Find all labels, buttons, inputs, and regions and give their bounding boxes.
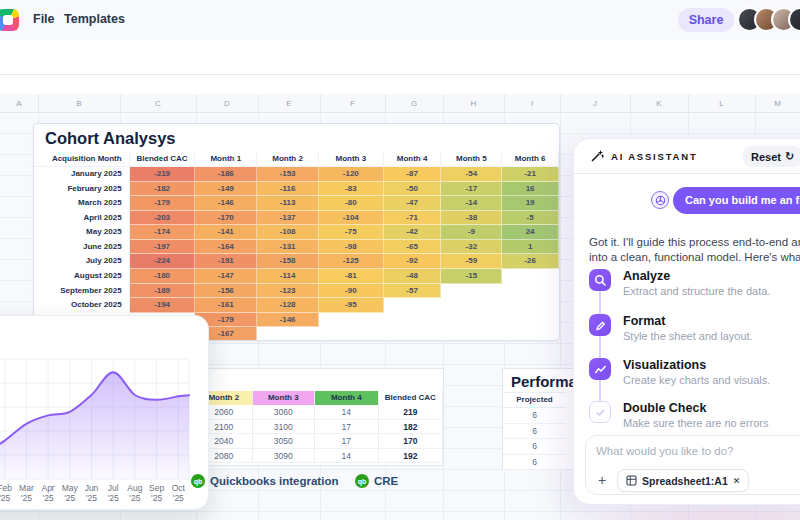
cohort-cell[interactable]	[441, 313, 502, 328]
cohort-cell[interactable]: -42	[384, 225, 442, 240]
detail-cell[interactable]: 17	[315, 434, 378, 449]
cohort-cell[interactable]: -125	[319, 254, 384, 269]
detail-cell[interactable]: 182	[379, 420, 443, 435]
cohort-cell[interactable]: -50	[384, 182, 442, 197]
cohort-cell[interactable]	[441, 284, 502, 299]
column-header-letter[interactable]: F	[350, 99, 355, 108]
cohort-cell[interactable]	[441, 298, 502, 313]
formula-bar[interactable]	[0, 74, 800, 95]
cohort-cell[interactable]: 16	[502, 182, 559, 197]
mini-chart-card[interactable]: Jan'25Feb'25Mar'25Apr'25May'25Jun'25Jul'…	[0, 315, 209, 510]
cohort-cell[interactable]: -38	[441, 211, 502, 226]
cre-integration-item[interactable]: qb CRE	[355, 474, 398, 488]
quickbooks-integration-item[interactable]: qb Quickbooks integration	[191, 474, 338, 488]
detail-cell[interactable]: 17	[315, 420, 378, 435]
cohort-cell[interactable]	[257, 327, 319, 341]
cohort-cell[interactable]: -26	[502, 254, 559, 269]
cohort-cell[interactable]: 19	[502, 196, 559, 211]
column-header-letter[interactable]: A	[16, 99, 21, 108]
cohort-cell[interactable]	[384, 313, 442, 328]
cohort-cell[interactable]: -5	[502, 211, 559, 226]
cohort-cell[interactable]: -170	[195, 211, 257, 226]
cohort-cell[interactable]: -98	[319, 240, 384, 255]
detail-cell[interactable]: 3050	[253, 434, 316, 449]
column-header-letter[interactable]: K	[656, 99, 661, 108]
performance-cell[interactable]: 6	[503, 439, 566, 455]
detail-cell[interactable]: 3060	[253, 405, 316, 420]
cohort-cell[interactable]: -120	[319, 167, 384, 182]
cohort-cell[interactable]: -141	[195, 225, 257, 240]
cohort-cell[interactable]: -95	[319, 298, 384, 313]
cohort-cell[interactable]: -17	[441, 182, 502, 197]
cohort-row-label[interactable]: March 2025	[34, 196, 130, 211]
menu-templates[interactable]: Templates	[64, 12, 125, 26]
cohort-cell[interactable]: -65	[384, 240, 442, 255]
cohort-cell[interactable]	[441, 327, 502, 341]
cohort-cell[interactable]: -123	[257, 284, 319, 299]
reset-button[interactable]: Reset↻	[743, 146, 800, 167]
cohort-cell[interactable]: -131	[257, 240, 319, 255]
detail-cell[interactable]: 3100	[253, 420, 316, 435]
cohort-row-label[interactable]: January 2025	[34, 167, 130, 182]
cohort-cell[interactable]: -146	[195, 196, 257, 211]
share-button[interactable]: Share	[678, 8, 734, 32]
cohort-cell[interactable]: -189	[130, 284, 196, 299]
cohort-cell[interactable]: -137	[257, 211, 319, 226]
column-header-letter[interactable]: D	[224, 99, 230, 108]
cohort-cell[interactable]	[502, 327, 559, 341]
cohort-cell[interactable]: -114	[257, 269, 319, 284]
cohort-cell[interactable]: -80	[319, 196, 384, 211]
cohort-cell[interactable]: -14	[441, 196, 502, 211]
detail-cell[interactable]: 170	[379, 434, 443, 449]
cohort-cell[interactable]	[502, 298, 559, 313]
column-header-letter[interactable]: L	[719, 99, 723, 108]
detail-cell[interactable]: 192	[379, 449, 443, 464]
column-header-letter[interactable]: M	[774, 99, 781, 108]
cohort-cell[interactable]: -164	[195, 240, 257, 255]
cohort-cell[interactable]: -219	[130, 167, 196, 182]
cohort-cell[interactable]: -194	[130, 298, 196, 313]
column-header-letter[interactable]: I	[531, 99, 533, 108]
cohort-cell[interactable]: -182	[130, 182, 196, 197]
cohort-cell[interactable]: -158	[257, 254, 319, 269]
cohort-cell[interactable]: -179	[130, 196, 196, 211]
cohort-cell[interactable]: -147	[195, 269, 257, 284]
cohort-cell[interactable]	[384, 327, 442, 341]
cohort-cell[interactable]: -116	[257, 182, 319, 197]
cohort-cell[interactable]: -174	[130, 225, 196, 240]
cohort-cell[interactable]: -156	[195, 284, 257, 299]
performance-cell[interactable]: 6	[503, 408, 566, 424]
cohort-cell[interactable]: -48	[384, 269, 442, 284]
cohort-row-label[interactable]: June 2025	[34, 240, 130, 255]
cohort-cell[interactable]: -54	[441, 167, 502, 182]
cohort-cell[interactable]: -81	[319, 269, 384, 284]
column-header-letter[interactable]: B	[76, 99, 81, 108]
cohort-cell[interactable]: -75	[319, 225, 384, 240]
cohort-cell[interactable]: -92	[384, 254, 442, 269]
cohort-cell[interactable]	[384, 298, 442, 313]
close-icon[interactable]: ✕	[733, 476, 741, 486]
cohort-cell[interactable]: -87	[384, 167, 442, 182]
cohort-cell[interactable]: -15	[441, 269, 502, 284]
cohort-cell[interactable]: -9	[441, 225, 502, 240]
detail-cell[interactable]: 219	[379, 405, 443, 420]
cohort-cell[interactable]: -47	[384, 196, 442, 211]
detail-cell[interactable]: 3090	[253, 449, 316, 464]
cohort-row-label[interactable]: September 2025	[34, 284, 130, 299]
cohort-row-label[interactable]: May 2025	[34, 225, 130, 240]
cohort-cell[interactable]	[502, 313, 559, 328]
cohort-cell[interactable]: -113	[257, 196, 319, 211]
cohort-cell[interactable]	[502, 284, 559, 299]
detail-cell[interactable]: 14	[315, 405, 378, 420]
column-header-letter[interactable]: C	[155, 99, 161, 108]
column-header-letter[interactable]: H	[471, 99, 477, 108]
cohort-cell[interactable]: -224	[130, 254, 196, 269]
performance-cell[interactable]: 6	[503, 424, 566, 440]
cohort-cell[interactable]: 1	[502, 240, 559, 255]
column-header-letter[interactable]: G	[411, 99, 417, 108]
cohort-cell[interactable]: -32	[441, 240, 502, 255]
detail-cell[interactable]: 14	[315, 449, 378, 464]
cohort-cell[interactable]: -153	[257, 167, 319, 182]
cohort-row-label[interactable]: July 2025	[34, 254, 130, 269]
context-chip[interactable]: Spreadsheet1:A1 ✕	[617, 469, 749, 492]
